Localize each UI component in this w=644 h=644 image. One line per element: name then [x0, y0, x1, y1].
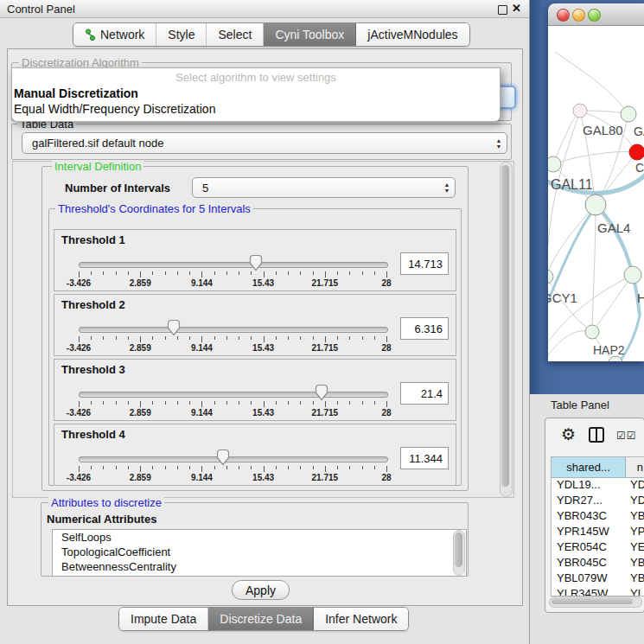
slider-axis-label: 15.43: [252, 408, 274, 418]
close-traffic-light[interactable]: [557, 9, 570, 22]
column-header-shared-name[interactable]: shared...: [552, 457, 626, 477]
table-horizontal-scrollbar[interactable]: [549, 596, 642, 608]
network-edge[interactable]: [596, 205, 633, 275]
slider-tick: [288, 401, 289, 405]
threshold-value-field[interactable]: 21.4: [400, 382, 449, 405]
zoom-traffic-light[interactable]: [588, 9, 601, 22]
slider-thumb[interactable]: [166, 319, 182, 336]
tab-impute-data[interactable]: Impute Data: [119, 608, 208, 630]
slider-tick: [362, 336, 363, 340]
table-row[interactable]: YBL079WYBL0: [552, 571, 644, 587]
node-label-gal4: GAL4: [597, 220, 630, 235]
slider-track[interactable]: [79, 327, 388, 333]
network-edge[interactable]: [548, 331, 592, 361]
slider-tick: [251, 401, 252, 405]
panel-scrollbar-thumb[interactable]: [501, 165, 509, 487]
slider-thumb[interactable]: [248, 254, 264, 271]
table-hscrollbar-thumb[interactable]: [552, 598, 633, 604]
split-columns-icon[interactable]: [589, 427, 604, 443]
node-label-h: H: [637, 290, 644, 305]
network-edge[interactable]: [555, 52, 628, 114]
attributes-group-title: Attributes to discretize: [48, 496, 164, 509]
top-right-node[interactable]: [621, 106, 636, 122]
gcy1-node[interactable]: [548, 270, 553, 284]
numerical-attributes-list[interactable]: SelfLoopsTopologicalCoefficientBetweenne…: [52, 529, 467, 577]
network-edge[interactable]: [592, 275, 633, 332]
slider-tick: [374, 336, 375, 340]
table-row[interactable]: YPR145WYPR1: [552, 525, 644, 540]
slider-tick: [201, 336, 202, 342]
table-data-combo[interactable]: galFiltered.sif default node ▲▼: [22, 132, 507, 154]
float-window-icon[interactable]: [498, 5, 507, 15]
threshold-value-field[interactable]: 14.713: [400, 252, 449, 275]
slider-thumb[interactable]: [314, 384, 329, 401]
gal4-node[interactable]: [585, 194, 606, 215]
tab-jactivemnodules[interactable]: jActiveMNodules: [356, 23, 469, 46]
slider-tick: [177, 466, 178, 469]
node-attribute-table[interactable]: shared... n YDL19...YDL1YDR27...YDR2YBR0…: [551, 456, 644, 596]
slider-tick: [264, 336, 265, 342]
slider-axis-label: -3.426: [67, 343, 91, 353]
slider-tick: [116, 401, 117, 405]
tab-select[interactable]: Select: [207, 23, 264, 46]
panel-vertical-scrollbar[interactable]: [500, 162, 513, 497]
slider-tick: [337, 401, 338, 405]
slider-tick: [79, 336, 80, 342]
attributes-list-scrollbar[interactable]: [453, 530, 465, 576]
slider-tick: [337, 271, 338, 275]
slider-tick: [177, 336, 178, 340]
attribute-list-item[interactable]: BetweennessCentrality: [53, 559, 466, 574]
attribute-list-item[interactable]: SelfLoops: [53, 530, 466, 545]
hap2-node[interactable]: [585, 325, 599, 339]
tab-style[interactable]: Style: [156, 23, 207, 46]
slider-tick: [313, 401, 314, 405]
slider-tick: [362, 271, 363, 275]
right-node[interactable]: [624, 266, 641, 284]
attribute-list-item[interactable]: TopologicalCoefficient: [53, 545, 466, 559]
network-edge[interactable]: [548, 111, 580, 277]
threshold-value-field[interactable]: 6.316: [400, 317, 449, 340]
network-edge[interactable]: [592, 205, 596, 332]
network-edge[interactable]: [553, 111, 580, 164]
close-icon[interactable]: ✕: [512, 2, 521, 15]
gear-icon[interactable]: ⚙: [561, 424, 576, 444]
select-columns-checkboxes-icon[interactable]: ☑☑: [616, 430, 637, 442]
slider-track[interactable]: [79, 262, 388, 268]
gal11-node[interactable]: [548, 156, 561, 172]
selected-red-node[interactable]: [629, 144, 644, 160]
num-intervals-spinner[interactable]: 5 ▲▼: [192, 177, 456, 198]
minimize-traffic-light[interactable]: [572, 9, 585, 22]
column-header-name[interactable]: n: [626, 457, 644, 477]
table-row[interactable]: YLR345WYLR3: [552, 587, 644, 596]
table-row[interactable]: YDR27...YDR2: [552, 494, 644, 509]
apply-button[interactable]: Apply: [232, 580, 290, 600]
table-row[interactable]: YBR043CYBR0: [552, 509, 644, 525]
slider-track[interactable]: [79, 392, 388, 398]
table-row[interactable]: YDL19...YDL1: [552, 478, 644, 494]
table-row[interactable]: YER054CYER0: [552, 540, 644, 556]
slider-axis-label: 28: [381, 278, 391, 288]
dropdown-option-equal-width[interactable]: Equal Width/Frequency Discretization: [14, 102, 215, 116]
slider-tick: [226, 271, 227, 275]
gal80-node[interactable]: [573, 104, 587, 118]
slider-axis-label: 28: [381, 473, 391, 482]
dropdown-option-manual[interactable]: Manual Discretization: [14, 86, 138, 100]
tab-discretize-data[interactable]: Discretize Data: [208, 608, 314, 630]
tab-infer-network[interactable]: Infer Network: [314, 608, 408, 630]
slider-tick: [264, 271, 265, 277]
slider-track[interactable]: [79, 456, 388, 462]
attributes-scrollbar-thumb[interactable]: [455, 532, 462, 567]
slider-tick: [374, 401, 375, 405]
slider-tick: [214, 401, 215, 405]
slider-thumb[interactable]: [215, 449, 231, 466]
slider-tick: [374, 271, 375, 275]
tab-label: Discretize Data: [220, 612, 302, 626]
slider-axis-label: 21.715: [312, 473, 339, 482]
tab-label: Select: [218, 28, 252, 41]
slider-tick: [276, 336, 277, 340]
tab-cyni-toolbox[interactable]: Cyni Toolbox: [264, 23, 356, 46]
tab-network[interactable]: Network: [73, 23, 156, 46]
threshold-value-field[interactable]: 11.344: [400, 447, 449, 469]
table-row[interactable]: YBR045CYBR0: [552, 556, 644, 571]
network-canvas[interactable]: GAL80GACGAL11GAL4GCY1HHAP2: [548, 26, 644, 361]
